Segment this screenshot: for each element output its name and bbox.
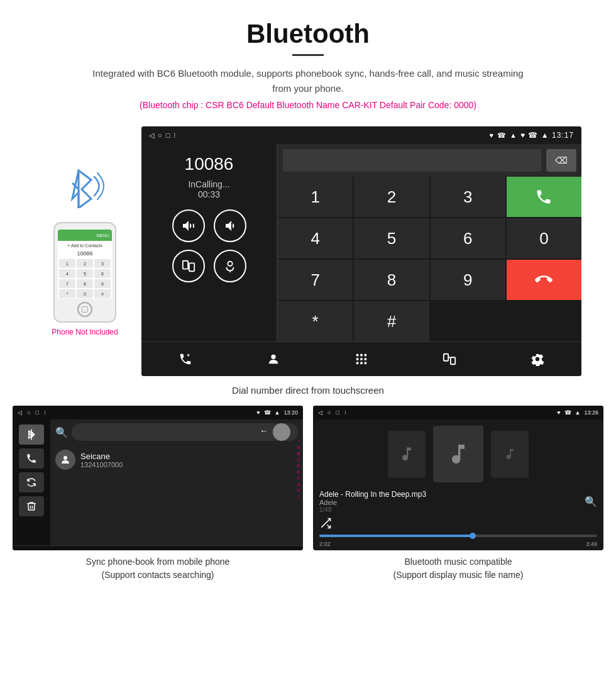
phonebook-statusbar: ◁ ○ □ ⁝ ♥ ☎ ▲ 13:20: [13, 406, 303, 419]
svg-rect-4: [189, 263, 194, 271]
pb-back-icon: ◁: [18, 409, 22, 416]
svg-rect-16: [360, 362, 363, 365]
bottom-row: ◁ ○ □ ⁝ ♥ ☎ ▲ 13:20: [0, 406, 616, 582]
backspace-btn[interactable]: ⌫: [546, 149, 576, 172]
time-total: 3:49: [586, 541, 597, 547]
toolbar-contacts[interactable]: [260, 345, 287, 373]
main-caption: Dial number direct from touchscreen: [0, 380, 616, 406]
key-0[interactable]: 0: [507, 218, 581, 258]
key-star[interactable]: *: [278, 301, 353, 342]
phone-mock: MENU + Add to Contacts 10086 123 456 789: [53, 222, 116, 323]
phone-not-included-label: Phone Not Included: [52, 328, 118, 336]
numpad-display: [283, 149, 541, 172]
music-controls: [313, 548, 603, 550]
progress-fill: [319, 535, 472, 537]
main-statusbar: ◁ ○ □ ⁝ ♥ ☎ ▲ ♥ ☎ ▲ 13:17: [141, 126, 581, 144]
call-status: InCalling...: [188, 179, 229, 189]
key-9[interactable]: 9: [431, 260, 505, 300]
title-underline: [292, 54, 324, 56]
delete-sidebar-btn[interactable]: [19, 496, 44, 516]
wifi-icon: ▲: [510, 131, 517, 139]
track-count: 1/48: [319, 506, 585, 513]
time-current: 2:02: [319, 541, 331, 547]
phonebook-caption: Sync phone-book from mobile phone (Suppo…: [86, 555, 230, 582]
refresh-sidebar-btn[interactable]: [19, 472, 44, 492]
call-left-panel: 10086 InCalling... 00:33: [141, 144, 277, 342]
music-caption: Bluetooth music compatible (Support disp…: [393, 555, 524, 582]
key-8[interactable]: 8: [354, 260, 429, 300]
toolbar-numpad[interactable]: [348, 345, 375, 373]
volume-up-btn[interactable]: [172, 209, 205, 242]
contact-phone: 13241007000: [80, 461, 123, 469]
home-nav-icon: ○: [158, 131, 162, 139]
page-title: Bluetooth: [13, 19, 603, 49]
call-btn[interactable]: [507, 177, 581, 217]
music-album-area: [313, 419, 603, 489]
key-5[interactable]: 5: [354, 218, 429, 258]
key-2[interactable]: 2: [354, 177, 429, 217]
svg-rect-11: [365, 354, 367, 357]
phonebook-sidebar: [13, 419, 50, 545]
pb-wifi-icon: ▲: [275, 409, 280, 416]
bluetooth-info: (Bluetooth chip : CSR BC6 Default Blueto…: [13, 100, 603, 110]
key-7[interactable]: 7: [278, 260, 353, 300]
call-numpad: ⌫ 1 2 3 4 5 6 0 7 8: [278, 144, 581, 342]
phone-icon: ☎: [497, 131, 506, 140]
location-icon: ♥: [490, 131, 494, 139]
pb-home-icon: ○: [27, 409, 30, 416]
bluetooth-signal-icon: [60, 164, 110, 216]
svg-rect-12: [356, 358, 359, 360]
svg-rect-3: [182, 261, 187, 269]
progress-dot[interactable]: [470, 533, 476, 539]
numpad-input-row: ⌫: [278, 144, 581, 177]
contact-item[interactable]: Seicane 13241007000: [50, 445, 303, 475]
ms-notif-icon: ⁝: [344, 409, 346, 416]
key-4[interactable]: 4: [278, 218, 353, 258]
ms-wifi-icon: ▲: [575, 409, 581, 416]
svg-rect-19: [451, 357, 455, 364]
ms-phone-icon: ☎: [564, 409, 571, 416]
toolbar-settings[interactable]: [524, 345, 551, 373]
pb-phone-icon: ☎: [264, 409, 271, 416]
pb-notif-icon: ⁝: [44, 409, 46, 416]
phonebook-content: 🔍 ← Seicane: [13, 419, 303, 545]
end-call-btn[interactable]: [507, 260, 581, 300]
pb-bt-icon: ♥: [256, 409, 260, 416]
pb-time: 13:20: [283, 409, 298, 416]
svg-rect-9: [356, 354, 359, 357]
back-arrow-icon: ←: [260, 426, 268, 436]
bluetooth-sidebar-icon[interactable]: [19, 425, 44, 445]
notification-icon: ⁝: [173, 131, 176, 140]
shuffle-icon[interactable]: [319, 517, 332, 530]
music-screen: ◁ ○ □ ⁝ ♥ ☎ ▲ 13:26: [313, 406, 603, 550]
svg-point-24: [63, 456, 67, 460]
toolbar-transfer[interactable]: [436, 345, 463, 373]
clock: ♥ ☎ ▲ 13:17: [520, 131, 574, 140]
album-art-main: [433, 426, 483, 482]
key-1[interactable]: 1: [278, 177, 353, 217]
svg-rect-14: [365, 358, 367, 360]
key-6[interactable]: 6: [431, 218, 505, 258]
svg-rect-18: [444, 354, 448, 361]
progress-bar[interactable]: [319, 535, 597, 537]
phone-sidebar-btn[interactable]: [19, 448, 44, 469]
back-nav-icon: ◁: [149, 131, 154, 140]
page-header: Bluetooth Integrated with BC6 Bluetooth …: [0, 0, 616, 126]
album-art-right: [491, 431, 529, 478]
call-content: 10086 InCalling... 00:33: [141, 144, 581, 342]
toolbar-call-transfer[interactable]: [172, 345, 199, 373]
volume-down-btn[interactable]: [214, 209, 246, 242]
scroll-handle[interactable]: [273, 423, 290, 441]
android-call-screen: ◁ ○ □ ⁝ ♥ ☎ ▲ ♥ ☎ ▲ 13:17 10086 InCallin…: [141, 126, 581, 376]
ms-back-icon: ◁: [318, 409, 322, 416]
mute-btn[interactable]: [214, 250, 246, 282]
contact-info: Seicane 13241007000: [80, 452, 123, 469]
transfer-btn[interactable]: [172, 250, 205, 282]
description: Integrated with BC6 Bluetooth module, su…: [88, 66, 528, 96]
key-3[interactable]: 3: [431, 177, 505, 217]
svg-rect-13: [360, 358, 363, 360]
key-hash[interactable]: #: [354, 301, 429, 342]
music-item: ◁ ○ □ ⁝ ♥ ☎ ▲ 13:26: [313, 406, 603, 582]
search-icon[interactable]: 🔍: [585, 496, 597, 508]
ms-time: 13:26: [584, 409, 598, 416]
